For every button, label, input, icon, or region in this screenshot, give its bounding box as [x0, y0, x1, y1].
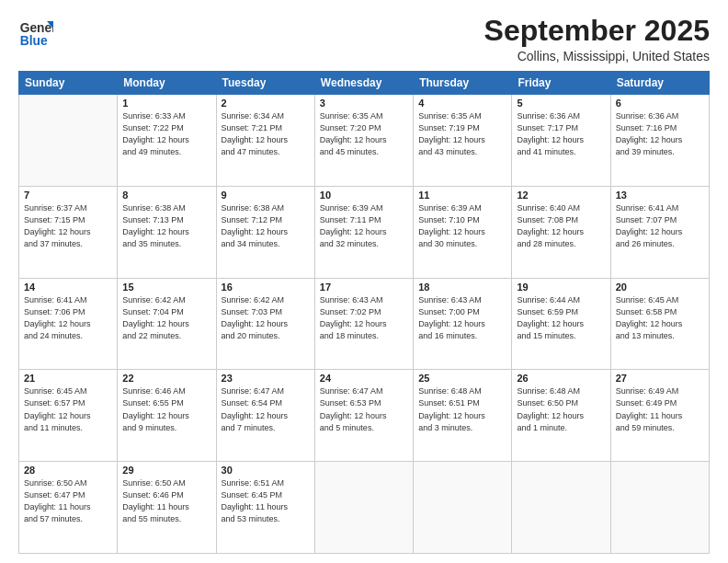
day-number: 6 [616, 98, 704, 109]
calendar-cell: 28Sunrise: 6:50 AM Sunset: 6:47 PM Dayli… [19, 462, 118, 554]
calendar-cell: 2Sunrise: 6:34 AM Sunset: 7:21 PM Daylig… [216, 95, 314, 187]
day-number: 29 [122, 465, 210, 476]
calendar-cell: 7Sunrise: 6:37 AM Sunset: 7:15 PM Daylig… [19, 186, 118, 278]
calendar-cell: 14Sunrise: 6:41 AM Sunset: 7:06 PM Dayli… [19, 278, 118, 370]
weekday-header-friday: Friday [512, 72, 610, 95]
day-info: Sunrise: 6:41 AM Sunset: 7:06 PM Dayligh… [24, 294, 112, 342]
day-number: 15 [122, 282, 210, 293]
day-info: Sunrise: 6:43 AM Sunset: 7:00 PM Dayligh… [418, 294, 506, 342]
day-info: Sunrise: 6:51 AM Sunset: 6:45 PM Dayligh… [222, 477, 310, 525]
day-info: Sunrise: 6:47 AM Sunset: 6:53 PM Dayligh… [320, 385, 408, 433]
day-info: Sunrise: 6:38 AM Sunset: 7:13 PM Dayligh… [122, 202, 210, 250]
day-number: 12 [517, 190, 605, 201]
calendar-cell: 3Sunrise: 6:35 AM Sunset: 7:20 PM Daylig… [314, 95, 413, 187]
calendar-cell: 4Sunrise: 6:35 AM Sunset: 7:19 PM Daylig… [414, 95, 512, 187]
calendar-cell [414, 462, 512, 554]
weekday-header-monday: Monday [118, 72, 216, 95]
location-title: Collins, Mississippi, United States [484, 49, 710, 63]
day-number: 9 [222, 190, 310, 201]
calendar-cell: 11Sunrise: 6:39 AM Sunset: 7:10 PM Dayli… [414, 186, 512, 278]
day-number: 10 [320, 190, 408, 201]
week-row-1: 1Sunrise: 6:33 AM Sunset: 7:22 PM Daylig… [19, 95, 710, 187]
title-block: September 2025 Collins, Mississippi, Uni… [484, 15, 710, 63]
calendar-cell: 30Sunrise: 6:51 AM Sunset: 6:45 PM Dayli… [216, 462, 314, 554]
day-info: Sunrise: 6:50 AM Sunset: 6:47 PM Dayligh… [24, 477, 112, 525]
day-number: 18 [418, 282, 506, 293]
calendar-cell: 17Sunrise: 6:43 AM Sunset: 7:02 PM Dayli… [314, 278, 413, 370]
calendar-cell: 6Sunrise: 6:36 AM Sunset: 7:16 PM Daylig… [610, 95, 709, 187]
day-info: Sunrise: 6:35 AM Sunset: 7:20 PM Dayligh… [320, 110, 408, 158]
day-info: Sunrise: 6:34 AM Sunset: 7:21 PM Dayligh… [222, 110, 310, 158]
weekday-header-sunday: Sunday [19, 72, 118, 95]
calendar-cell: 10Sunrise: 6:39 AM Sunset: 7:11 PM Dayli… [314, 186, 413, 278]
weekday-header-row: SundayMondayTuesdayWednesdayThursdayFrid… [19, 72, 710, 95]
day-info: Sunrise: 6:47 AM Sunset: 6:54 PM Dayligh… [222, 385, 310, 433]
day-number: 28 [24, 465, 112, 476]
day-info: Sunrise: 6:41 AM Sunset: 7:07 PM Dayligh… [616, 202, 704, 250]
calendar-cell: 21Sunrise: 6:45 AM Sunset: 6:57 PM Dayli… [19, 370, 118, 462]
day-info: Sunrise: 6:38 AM Sunset: 7:12 PM Dayligh… [222, 202, 310, 250]
day-info: Sunrise: 6:40 AM Sunset: 7:08 PM Dayligh… [517, 202, 605, 250]
day-info: Sunrise: 6:48 AM Sunset: 6:51 PM Dayligh… [418, 385, 506, 433]
weekday-header-saturday: Saturday [610, 72, 709, 95]
calendar-cell [314, 462, 413, 554]
page: General Blue September 2025 Collins, Mis… [0, 0, 728, 563]
day-info: Sunrise: 6:33 AM Sunset: 7:22 PM Dayligh… [122, 110, 210, 158]
day-info: Sunrise: 6:39 AM Sunset: 7:10 PM Dayligh… [418, 202, 506, 250]
day-info: Sunrise: 6:45 AM Sunset: 6:58 PM Dayligh… [616, 294, 704, 342]
calendar-cell: 23Sunrise: 6:47 AM Sunset: 6:54 PM Dayli… [216, 370, 314, 462]
week-row-4: 21Sunrise: 6:45 AM Sunset: 6:57 PM Dayli… [19, 370, 710, 462]
svg-text:Blue: Blue [20, 33, 48, 48]
day-number: 23 [222, 373, 310, 384]
day-number: 26 [517, 373, 605, 384]
calendar-cell: 8Sunrise: 6:38 AM Sunset: 7:13 PM Daylig… [118, 186, 216, 278]
calendar-cell [19, 95, 118, 187]
week-row-2: 7Sunrise: 6:37 AM Sunset: 7:15 PM Daylig… [19, 186, 710, 278]
day-info: Sunrise: 6:42 AM Sunset: 7:04 PM Dayligh… [122, 294, 210, 342]
day-number: 14 [24, 282, 112, 293]
logo-icon: General Blue [18, 15, 53, 50]
day-number: 1 [122, 98, 210, 109]
day-number: 22 [122, 373, 210, 384]
day-number: 2 [222, 98, 310, 109]
day-info: Sunrise: 6:49 AM Sunset: 6:49 PM Dayligh… [616, 385, 704, 433]
calendar-cell: 19Sunrise: 6:44 AM Sunset: 6:59 PM Dayli… [512, 278, 610, 370]
calendar-cell: 15Sunrise: 6:42 AM Sunset: 7:04 PM Dayli… [118, 278, 216, 370]
week-row-5: 28Sunrise: 6:50 AM Sunset: 6:47 PM Dayli… [19, 462, 710, 554]
day-info: Sunrise: 6:44 AM Sunset: 6:59 PM Dayligh… [517, 294, 605, 342]
day-number: 16 [222, 282, 310, 293]
calendar-cell: 18Sunrise: 6:43 AM Sunset: 7:00 PM Dayli… [414, 278, 512, 370]
day-number: 11 [418, 190, 506, 201]
day-number: 3 [320, 98, 408, 109]
day-number: 30 [222, 465, 310, 476]
day-number: 21 [24, 373, 112, 384]
day-info: Sunrise: 6:50 AM Sunset: 6:46 PM Dayligh… [122, 477, 210, 525]
week-row-3: 14Sunrise: 6:41 AM Sunset: 7:06 PM Dayli… [19, 278, 710, 370]
month-title: September 2025 [484, 15, 710, 47]
day-info: Sunrise: 6:48 AM Sunset: 6:50 PM Dayligh… [517, 385, 605, 433]
day-info: Sunrise: 6:37 AM Sunset: 7:15 PM Dayligh… [24, 202, 112, 250]
day-number: 5 [517, 98, 605, 109]
calendar-cell: 9Sunrise: 6:38 AM Sunset: 7:12 PM Daylig… [216, 186, 314, 278]
header: General Blue September 2025 Collins, Mis… [18, 15, 710, 63]
day-number: 24 [320, 373, 408, 384]
logo: General Blue [18, 15, 53, 50]
day-number: 27 [616, 373, 704, 384]
day-number: 17 [320, 282, 408, 293]
calendar-cell [610, 462, 709, 554]
day-info: Sunrise: 6:35 AM Sunset: 7:19 PM Dayligh… [418, 110, 506, 158]
weekday-header-thursday: Thursday [414, 72, 512, 95]
calendar-cell: 25Sunrise: 6:48 AM Sunset: 6:51 PM Dayli… [414, 370, 512, 462]
calendar-cell: 27Sunrise: 6:49 AM Sunset: 6:49 PM Dayli… [610, 370, 709, 462]
calendar-cell: 13Sunrise: 6:41 AM Sunset: 7:07 PM Dayli… [610, 186, 709, 278]
day-number: 4 [418, 98, 506, 109]
calendar-cell: 24Sunrise: 6:47 AM Sunset: 6:53 PM Dayli… [314, 370, 413, 462]
calendar-cell: 22Sunrise: 6:46 AM Sunset: 6:55 PM Dayli… [118, 370, 216, 462]
weekday-header-wednesday: Wednesday [314, 72, 413, 95]
day-number: 20 [616, 282, 704, 293]
day-info: Sunrise: 6:39 AM Sunset: 7:11 PM Dayligh… [320, 202, 408, 250]
day-number: 8 [122, 190, 210, 201]
day-number: 19 [517, 282, 605, 293]
day-info: Sunrise: 6:43 AM Sunset: 7:02 PM Dayligh… [320, 294, 408, 342]
calendar-cell: 20Sunrise: 6:45 AM Sunset: 6:58 PM Dayli… [610, 278, 709, 370]
